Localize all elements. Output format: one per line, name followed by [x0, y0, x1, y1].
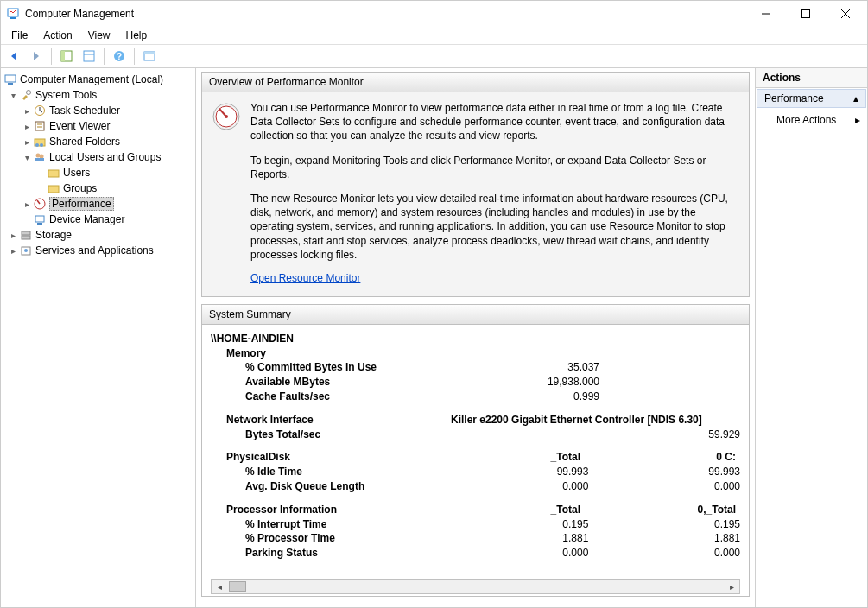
- metric-value: 0.000: [463, 479, 623, 494]
- svg-rect-1: [10, 17, 16, 19]
- svg-point-38: [225, 115, 228, 118]
- tree-performance[interactable]: ▸ Performance: [1, 196, 195, 212]
- overview-paragraph: To begin, expand Monitoring Tools and cl…: [250, 154, 737, 181]
- metric-label: % Committed Bytes In Use: [245, 360, 470, 375]
- tree-local-users[interactable]: ▾ Local Users and Groups: [1, 149, 195, 165]
- menu-file[interactable]: File: [4, 28, 35, 43]
- device-icon: [33, 212, 47, 226]
- svg-rect-31: [37, 223, 42, 225]
- actions-section-label: Performance: [764, 92, 824, 104]
- tree-event-viewer[interactable]: ▸ Event Viewer: [1, 118, 195, 134]
- svg-rect-28: [48, 186, 59, 193]
- scroll-thumb[interactable]: [229, 581, 246, 592]
- submenu-icon: ▸: [855, 114, 860, 126]
- tree-storage[interactable]: ▸ Storage: [1, 227, 195, 243]
- metric-value: 0.195: [463, 517, 623, 532]
- tree-task-scheduler[interactable]: ▸ Task Scheduler: [1, 103, 195, 118]
- collapse-icon[interactable]: ▾: [8, 91, 18, 100]
- open-resource-monitor-link[interactable]: Open Resource Monitor: [250, 272, 360, 284]
- summary-content: \\HOME-AINDIEN Memory % Committed Bytes …: [211, 332, 740, 573]
- svg-point-25: [40, 155, 44, 159]
- window-title: Computer Management: [25, 8, 746, 20]
- svg-rect-14: [5, 75, 16, 82]
- clock-icon: [33, 104, 47, 117]
- forward-button[interactable]: [27, 47, 46, 66]
- metric-label: % Interrupt Time: [245, 517, 463, 532]
- memory-heading: Memory: [226, 346, 266, 361]
- tree-shared-folders[interactable]: ▸ Shared Folders: [1, 134, 195, 149]
- minimize-button[interactable]: [746, 1, 786, 27]
- show-hide-tree-button[interactable]: [57, 47, 76, 66]
- overview-text: You can use Performance Monitor to view …: [250, 101, 737, 284]
- network-column: Killer e2200 Gigabit Ethernet Controller…: [451, 413, 740, 428]
- actions-section-performance[interactable]: Performance ▴: [757, 89, 866, 108]
- column-header: _Total: [451, 503, 615, 517]
- tree-device-manager[interactable]: Device Manager: [1, 212, 195, 227]
- svg-rect-27: [48, 170, 59, 177]
- column-header: 0,_Total: [615, 503, 736, 517]
- tree-system-tools[interactable]: ▾ System Tools: [1, 87, 195, 103]
- titlebar: Computer Management: [1, 1, 867, 27]
- properties-button[interactable]: [79, 47, 98, 66]
- expand-icon[interactable]: ▸: [8, 246, 18, 256]
- svg-rect-30: [35, 216, 44, 222]
- metric-label: Cache Faults/sec: [245, 390, 470, 404]
- tools-icon: [19, 88, 33, 102]
- expand-icon[interactable]: ▸: [22, 122, 32, 131]
- summary-host: \\HOME-AINDIEN: [211, 332, 294, 346]
- column-header: _Total: [451, 450, 615, 465]
- tree-services[interactable]: ▸ Services and Applications: [1, 243, 195, 258]
- menubar: File Action View Help: [1, 27, 867, 44]
- maximize-button[interactable]: [786, 1, 826, 27]
- svg-rect-7: [61, 51, 65, 61]
- horizontal-scrollbar[interactable]: ◂ ▸: [211, 579, 740, 594]
- svg-point-16: [27, 91, 31, 95]
- services-icon: [19, 244, 33, 257]
- help-button[interactable]: ?: [110, 47, 129, 66]
- expand-icon[interactable]: ▸: [8, 231, 18, 240]
- svg-point-35: [24, 249, 28, 252]
- menu-action[interactable]: Action: [36, 28, 79, 43]
- overview-paragraph: The new Resource Monitor lets you view d…: [250, 192, 737, 262]
- overview-paragraph: You can use Performance Monitor to view …: [250, 101, 737, 143]
- metric-label: Parking Status: [245, 546, 463, 560]
- tree-root[interactable]: Computer Management (Local): [1, 72, 195, 87]
- expand-icon[interactable]: ▸: [22, 106, 32, 116]
- metric-value: 0.000: [623, 479, 740, 494]
- toolbar-separator: [134, 48, 135, 65]
- users-icon: [33, 150, 47, 164]
- toolbar-separator: [104, 48, 105, 65]
- tree-groups[interactable]: Groups: [1, 180, 195, 196]
- event-icon: [33, 119, 47, 133]
- expand-icon[interactable]: ▸: [22, 200, 32, 209]
- tree-users[interactable]: Users: [1, 165, 195, 180]
- svg-point-23: [40, 143, 43, 147]
- menu-help[interactable]: Help: [119, 28, 155, 43]
- metric-value: 35.037: [470, 360, 634, 375]
- overview-title: Overview of Performance Monitor: [202, 73, 749, 92]
- actions-heading: Actions: [756, 68, 867, 88]
- svg-rect-13: [144, 52, 155, 54]
- metric-value: 0.195: [623, 517, 740, 532]
- toolbar: ?: [1, 44, 867, 68]
- svg-point-22: [35, 143, 39, 147]
- performance-monitor-icon: [211, 101, 242, 132]
- close-button[interactable]: [826, 1, 865, 27]
- actions-more-actions[interactable]: More Actions ▸: [756, 109, 867, 131]
- actions-item-label: More Actions: [776, 114, 836, 126]
- scroll-left-icon[interactable]: ◂: [213, 582, 225, 592]
- collapse-icon[interactable]: ▾: [22, 153, 32, 162]
- metric-value: 1.881: [463, 531, 623, 546]
- svg-rect-26: [35, 158, 44, 162]
- menu-view[interactable]: View: [81, 28, 117, 43]
- view-button[interactable]: [140, 47, 159, 66]
- scroll-right-icon[interactable]: ▸: [725, 582, 738, 592]
- metric-label: Available MBytes: [245, 375, 470, 390]
- navigation-tree[interactable]: Computer Management (Local) ▾ System Too…: [1, 68, 196, 607]
- expand-icon[interactable]: ▸: [22, 137, 32, 147]
- performance-icon: [33, 197, 47, 211]
- back-button[interactable]: [4, 47, 23, 66]
- metric-label: % Idle Time: [245, 465, 463, 479]
- column-header: 0 C:: [615, 450, 736, 465]
- metric-value: 99.993: [623, 465, 740, 479]
